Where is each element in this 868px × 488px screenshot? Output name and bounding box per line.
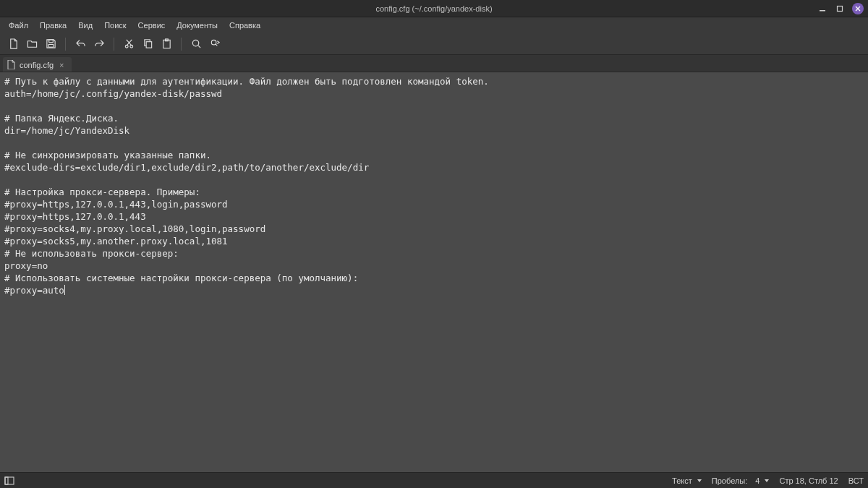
tab-close-button[interactable]: × [58,61,65,69]
menu-file[interactable]: Файл [3,19,34,32]
maximize-icon [836,5,843,12]
redo-button[interactable] [90,35,108,53]
tab-width-selector[interactable]: Пробелы: 4 [712,476,770,485]
tab-config-cfg[interactable]: config.cfg × [3,57,72,72]
toolbar-separator [181,38,182,51]
minimize-button[interactable] [817,4,827,14]
find-replace-icon [210,38,221,49]
syntax-selector[interactable]: Текст [672,476,702,485]
menu-edit[interactable]: Правка [34,19,72,32]
tabwidth-value: 4 [755,476,760,485]
save-button[interactable] [42,35,59,53]
menu-search[interactable]: Поиск [98,19,132,32]
cursor-position[interactable]: Стр 18, Стлб 12 [779,476,838,485]
tabwidth-label: Пробелы: [712,476,747,485]
file-icon [7,60,15,69]
svg-rect-2 [48,40,53,43]
undo-icon [75,38,86,49]
tabbar: config.cfg × [0,55,868,72]
new-file-button[interactable] [4,35,22,53]
open-button[interactable] [23,35,41,53]
search-icon [191,38,202,49]
svg-rect-3 [48,44,54,47]
svg-rect-13 [5,477,8,484]
svg-rect-1 [838,6,843,11]
menubar: Файл Правка Вид Поиск Сервис Документы С… [0,17,868,33]
open-icon [27,38,38,49]
copy-button[interactable] [139,35,156,53]
menu-documents[interactable]: Документы [171,19,224,32]
tab-label: config.cfg [20,61,54,69]
cut-icon [124,38,135,49]
svg-rect-12 [5,477,14,484]
svg-rect-0 [820,10,825,12]
save-icon [46,38,56,49]
paste-icon [161,38,172,49]
statusbar: Текст Пробелы: 4 Стр 18, Стлб 12 ВСТ [0,472,868,488]
panel-icon [4,476,14,486]
cut-button[interactable] [120,35,137,53]
close-icon [855,6,861,12]
syntax-label: Текст [672,476,692,485]
new-file-icon [8,38,19,49]
window-title: config.cfg (~/.config/yandex-disk) [375,4,492,13]
menu-help[interactable]: Справка [224,19,266,32]
maximize-button[interactable] [835,4,845,14]
editor-area[interactable]: # Путь к файлу с данными для аутентифика… [0,72,868,472]
redo-icon [94,38,105,49]
menu-view[interactable]: Вид [72,19,98,32]
minimize-icon [819,5,826,12]
find-replace-button[interactable] [206,35,224,53]
undo-button[interactable] [72,35,89,53]
toolbar-separator [114,38,114,51]
svg-point-10 [192,40,198,46]
toolbar-separator [65,38,66,51]
paste-button[interactable] [158,35,175,53]
copy-icon [142,38,153,49]
close-button[interactable] [852,3,864,14]
svg-point-11 [211,40,216,45]
svg-rect-7 [146,42,152,48]
toolbar [0,33,868,55]
side-panel-button[interactable] [4,476,14,486]
titlebar: config.cfg (~/.config/yandex-disk) [0,0,868,17]
find-button[interactable] [187,35,205,53]
menu-tools[interactable]: Сервис [132,19,171,32]
insert-mode[interactable]: ВСТ [848,476,864,485]
